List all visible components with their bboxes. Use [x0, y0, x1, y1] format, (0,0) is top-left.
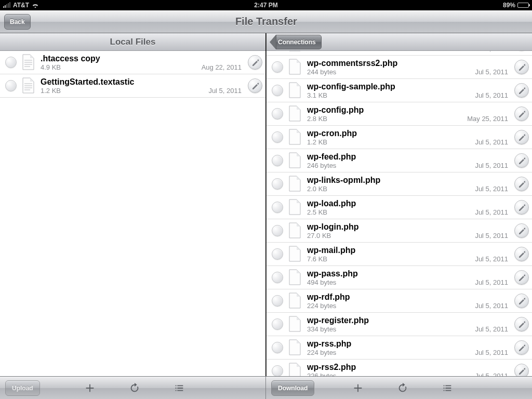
select-circle[interactable]: [5, 80, 17, 91]
edit-button[interactable]: [514, 60, 529, 74]
file-name: wp-commentsrss2.php: [307, 59, 511, 68]
file-row[interactable]: wp-commentsrss2.php 244 bytes Jul 5, 201…: [267, 56, 532, 79]
file-size: 494 bytes: [307, 278, 475, 286]
file-row[interactable]: wp-load.php 2.5 KB Jul 5, 2011: [267, 196, 532, 219]
edit-button[interactable]: [514, 317, 529, 331]
file-row[interactable]: wp-config.php 2.8 KB May 25, 2011: [267, 102, 532, 126]
file-size: 224 bytes: [307, 349, 475, 356]
select-circle[interactable]: [272, 202, 283, 213]
edit-button[interactable]: [514, 177, 529, 191]
file-icon: [288, 105, 302, 122]
select-circle[interactable]: [272, 61, 283, 73]
file-size: 2.8 KB: [307, 115, 467, 123]
file-icon: [288, 152, 302, 169]
edit-button[interactable]: [514, 107, 529, 121]
select-circle[interactable]: [272, 365, 283, 376]
remote-toolbar: Download: [266, 376, 532, 399]
carrier-label: AT&T: [13, 2, 29, 9]
file-row[interactable]: wp-register.php 334 bytes Jul 5, 2011: [267, 313, 532, 336]
file-date: May 25, 2011: [467, 115, 511, 123]
edit-button[interactable]: [248, 78, 262, 93]
download-button[interactable]: Download: [271, 380, 314, 396]
file-row[interactable]: wp-config-sample.php 3.1 KB Jul 5, 2011: [267, 79, 532, 102]
add-icon[interactable]: [83, 381, 97, 395]
file-name: GettingStarted.textastic: [41, 77, 245, 87]
select-circle[interactable]: [272, 248, 283, 260]
file-row[interactable]: wp-pass.php 494 bytes Jul 5, 2011: [267, 266, 532, 289]
select-circle[interactable]: [272, 342, 283, 353]
file-name: wp-cron.php: [307, 129, 511, 138]
file-icon: [288, 222, 302, 239]
file-row[interactable]: .htaccess copy 4.9 KB Aug 22, 2011: [0, 51, 265, 74]
select-circle[interactable]: [272, 178, 283, 190]
select-circle[interactable]: [272, 272, 283, 283]
file-row[interactable]: wp-rdf.php 224 bytes Jul 5, 2011: [267, 289, 532, 313]
edit-button[interactable]: [514, 247, 529, 261]
local-files-header: Local Files: [0, 33, 265, 51]
edit-button[interactable]: [514, 223, 529, 238]
edit-button[interactable]: [514, 294, 529, 308]
file-icon: [288, 316, 302, 332]
edit-button[interactable]: [514, 270, 529, 285]
file-row[interactable]: wp-comments-post.php 3.0 KB Jul 5, 2011: [267, 51, 532, 56]
file-icon: [288, 339, 302, 356]
file-name: .htaccess copy: [41, 54, 245, 63]
file-row[interactable]: wp-feed.php 246 bytes Jul 5, 2011: [267, 149, 532, 172]
file-date: Jul 5, 2011: [475, 91, 511, 99]
list-icon[interactable]: [172, 381, 186, 395]
edit-button[interactable]: [248, 55, 262, 70]
select-circle[interactable]: [272, 85, 283, 96]
remote-files-list[interactable]: wp-comments-post.php 3.0 KB Jul 5, 2011 …: [267, 51, 532, 376]
file-row[interactable]: wp-cron.php 1.2 KB Jul 5, 2011: [267, 126, 532, 149]
refresh-icon[interactable]: [396, 381, 409, 395]
battery-percent: 89%: [503, 2, 515, 9]
file-icon: [22, 77, 35, 94]
file-date: Jul 5, 2011: [475, 138, 511, 146]
file-row[interactable]: wp-rss2.php 226 bytes Jul 5, 2011: [267, 360, 532, 376]
edit-button[interactable]: [514, 340, 529, 355]
select-circle[interactable]: [272, 225, 283, 236]
local-files-title: Local Files: [110, 37, 156, 47]
file-name: wp-config.php: [307, 105, 511, 115]
upload-button[interactable]: Upload: [5, 380, 40, 396]
local-files-pane: Local Files .htaccess copy 4.9 KB Aug 22…: [0, 33, 266, 376]
edit-button[interactable]: [514, 130, 529, 144]
file-date: Jul 5, 2011: [475, 162, 511, 169]
file-row[interactable]: wp-login.php 27.0 KB Jul 5, 2011: [267, 219, 532, 243]
battery-icon: [517, 3, 529, 8]
list-icon[interactable]: [441, 381, 454, 395]
file-date: Aug 22, 2011: [202, 63, 245, 71]
select-circle[interactable]: [272, 155, 283, 166]
page-title: File Transfer: [31, 16, 502, 28]
file-name: wp-rdf.php: [307, 292, 511, 302]
signal-bars-icon: [3, 3, 10, 8]
file-row[interactable]: wp-links-opml.php 2.0 KB Jul 5, 2011: [267, 172, 532, 196]
file-date: Jul 5, 2011: [475, 232, 511, 240]
select-circle[interactable]: [272, 131, 283, 143]
file-date: Jul 5, 2011: [475, 372, 511, 377]
select-circle[interactable]: [272, 108, 283, 119]
edit-button[interactable]: [514, 83, 529, 98]
file-date: Jul 5, 2011: [475, 208, 511, 216]
edit-button[interactable]: [514, 200, 529, 215]
file-icon: [288, 199, 302, 216]
select-circle[interactable]: [5, 57, 17, 68]
refresh-icon[interactable]: [128, 381, 141, 395]
file-row[interactable]: wp-mail.php 7.6 KB Jul 5, 2011: [267, 243, 532, 266]
add-icon[interactable]: [351, 381, 365, 395]
file-name: wp-rss2.php: [307, 363, 511, 372]
file-size: 244 bytes: [307, 68, 475, 76]
select-circle[interactable]: [272, 318, 283, 330]
file-size: 1.2 KB: [41, 87, 208, 95]
wifi-icon: [32, 3, 39, 8]
file-size: 224 bytes: [307, 302, 475, 310]
file-row[interactable]: GettingStarted.textastic 1.2 KB Jul 5, 2…: [0, 74, 265, 98]
connections-back-button[interactable]: Connections: [270, 35, 322, 49]
file-icon: [288, 59, 302, 75]
edit-button[interactable]: [514, 364, 529, 376]
back-button[interactable]: Back: [4, 14, 31, 30]
file-row[interactable]: wp-rss.php 224 bytes Jul 5, 2011: [267, 336, 532, 360]
local-files-list[interactable]: .htaccess copy 4.9 KB Aug 22, 2011 Getti…: [0, 51, 265, 376]
edit-button[interactable]: [514, 153, 529, 168]
select-circle[interactable]: [272, 295, 283, 307]
